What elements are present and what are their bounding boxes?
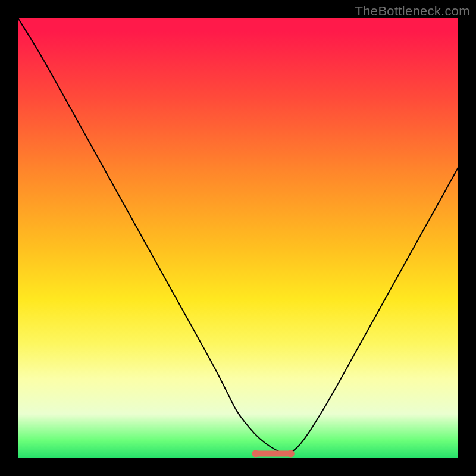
curve-svg [18, 18, 458, 458]
flat-minimum-endpoint-right [287, 450, 295, 458]
plot-area [18, 18, 458, 458]
bottleneck-curve [18, 18, 458, 454]
chart-stage: TheBottleneck.com [0, 0, 476, 476]
watermark-text: TheBottleneck.com [355, 4, 470, 19]
flat-minimum-endpoint-left [252, 450, 259, 458]
